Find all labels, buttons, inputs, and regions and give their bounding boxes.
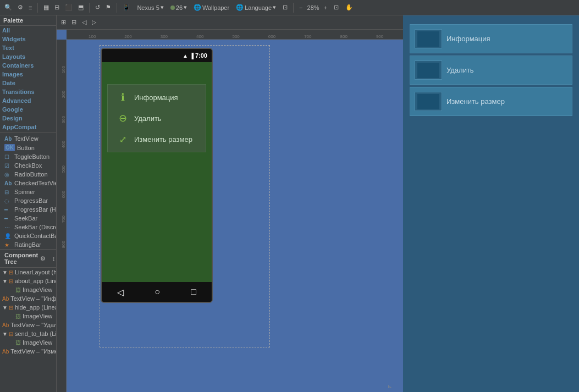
canvas-tool3[interactable]: ◁: [80, 18, 89, 27]
palette-cat-containers[interactable]: Containers: [0, 61, 56, 70]
palette-cat-text[interactable]: Text: [0, 43, 56, 52]
right-list-item-0[interactable]: Информация: [410, 24, 572, 53]
phone-icon-btn[interactable]: 📱: [120, 3, 133, 12]
palette-item-checkedtextview[interactable]: Ab CheckedTextView: [0, 179, 56, 187]
palette-cat-design[interactable]: Design: [0, 114, 56, 123]
palette-header: Palette: [0, 15, 56, 26]
menu-item-delete[interactable]: ⊖ Удалить: [108, 108, 206, 129]
palette-item-togglebutton[interactable]: ☐ ToggleButton: [0, 152, 56, 161]
zoom-out-btn[interactable]: −: [297, 3, 305, 12]
canvas-flag-btn[interactable]: ⚑: [103, 3, 113, 12]
right-img-inner-2: [417, 94, 439, 109]
screen-size-btn[interactable]: ⊡: [280, 3, 290, 12]
about-arrow[interactable]: ▼: [2, 278, 8, 284]
view-blueprint-btn[interactable]: ⊟: [52, 3, 62, 12]
checkedtv-icon: Ab: [4, 180, 12, 186]
root-arrow[interactable]: ▼: [2, 269, 8, 275]
palette-cat-widgets[interactable]: Widgets: [0, 35, 56, 43]
tree-node-imageview1[interactable]: 🖼 ImageView: [0, 285, 56, 294]
palette-cat-layouts[interactable]: Layouts: [0, 52, 56, 61]
tree-node-root[interactable]: ▼ ⊟ LinearLayout (horizontal): [0, 268, 56, 277]
phone-time: 7:00: [195, 52, 207, 59]
palette-item-checkbox[interactable]: ☑ CheckBox: [0, 161, 56, 170]
tree-node-textview2[interactable]: Ab TextView – "Удалить": [0, 321, 56, 329]
info-icon: ℹ: [121, 91, 125, 103]
hide-icon: ⊟: [9, 305, 13, 311]
palette-item-ratingbar[interactable]: ★ RatingBar: [0, 240, 56, 249]
canvas-tool2[interactable]: ⊟: [69, 18, 79, 27]
right-panel: Информация Удалить Изменить размер: [403, 15, 579, 392]
tree-node-imageview3[interactable]: 🖼 ImageView: [0, 338, 56, 347]
cat-widgets-label: Widgets: [2, 36, 26, 42]
api-level-selector[interactable]: 26 ▾: [168, 3, 189, 12]
phone-status-bar: ▲ ▐ 7:00: [102, 49, 212, 62]
device-selector[interactable]: Nexus 5 ▾: [135, 3, 166, 12]
palette-item-seekbar-discrete[interactable]: ⋯ SeekBar (Discrete): [0, 223, 56, 231]
nav-back-btn[interactable]: ◁: [115, 286, 126, 299]
tree-node-textview1[interactable]: Ab TextView – "Информация": [0, 294, 56, 303]
palette-item-spinner[interactable]: ⊟ Spinner: [0, 187, 56, 196]
right-img-0: [415, 29, 442, 48]
phone-mockup: ▲ ▐ 7:00 ℹ: [101, 48, 213, 303]
language-btn[interactable]: 🌐 Language ▾: [234, 3, 278, 12]
hide-arrow[interactable]: ▼: [2, 305, 8, 311]
toggle-label: ToggleButton: [14, 153, 49, 160]
palette-item-progressbar-h[interactable]: ━ ProgressBar (Horizontal): [0, 205, 56, 214]
cat-google-label: Google: [2, 106, 23, 113]
hand-tool-btn[interactable]: ✋: [343, 3, 355, 12]
canvas-tool1[interactable]: ⊞: [59, 18, 68, 27]
resize-label: Изменить размер: [134, 135, 192, 143]
palette-item-button[interactable]: OK Button: [0, 143, 56, 152]
nav-home-btn[interactable]: ○: [152, 286, 162, 298]
wallpaper-btn[interactable]: 🌐 Wallpaper: [191, 3, 231, 12]
palette-cat-appcompat[interactable]: AppCompat: [0, 123, 56, 131]
view-design-btn[interactable]: ⬛: [63, 3, 75, 12]
palette-item-progressbar[interactable]: ◌ ProgressBar: [0, 196, 56, 205]
info-menu-icon: ℹ: [117, 91, 129, 103]
settings-btn[interactable]: ⚙: [15, 3, 25, 12]
palette-cat-transitions[interactable]: Transitions: [0, 87, 56, 96]
radio-icon: ◎: [4, 172, 12, 178]
palette-cat-images[interactable]: Images: [0, 70, 56, 79]
view-split-btn[interactable]: ⬒: [76, 3, 86, 12]
tree-node-imageview2[interactable]: 🖼 ImageView: [0, 312, 56, 321]
search-btn[interactable]: 🔍: [2, 3, 14, 12]
tree-settings-btn[interactable]: ⚙: [38, 254, 48, 263]
palette-item-textview[interactable]: Ab TextView: [0, 134, 56, 143]
palette-cat-all[interactable]: All: [0, 26, 56, 35]
left-side: Palette All Widgets Text Layouts Contain…: [0, 15, 57, 392]
ratingbar-label: RatingBar: [14, 241, 41, 248]
nav-recents-btn[interactable]: □: [189, 286, 198, 298]
palette-item-seekbar[interactable]: ━ SeekBar: [0, 214, 56, 223]
send-arrow[interactable]: ▼: [2, 331, 8, 337]
tree-header: Component Tree ⚙ ↕: [0, 250, 56, 268]
seekbar-d-label: SeekBar (Discrete): [14, 224, 56, 230]
tv2-icon: Ab: [2, 322, 9, 328]
language-label: Language: [245, 4, 272, 11]
tree-node-about-app[interactable]: ▼ ⊟ about_app (LinearLayout) (horizontal…: [0, 277, 56, 285]
canvas-refresh-btn[interactable]: ↺: [93, 3, 102, 12]
menu-item-info[interactable]: ℹ Информация: [108, 87, 206, 108]
tree-sort-btn[interactable]: ↕: [50, 254, 56, 263]
tree-node-textview3[interactable]: Ab TextView – "Изменить размер": [0, 347, 56, 356]
tree-node-send-to-tab[interactable]: ▼ ⊟ send_to_tab (LinearLayout) (horizont…: [0, 329, 56, 338]
canvas-content[interactable]: 100 200 300 400 500 600 700 800 900 1000…: [57, 30, 403, 392]
palette-cat-advanced[interactable]: Advanced: [0, 96, 56, 105]
palette-item-quickcontact[interactable]: 👤 QuickContactBadge: [0, 231, 56, 240]
about-app-label: about_app (LinearLayout) (horizontal): [15, 278, 56, 284]
tree-node-hide-app[interactable]: ▼ ⊟ hide_app (LinearLayout) (horizontal): [0, 303, 56, 312]
palette-cat-google[interactable]: Google: [0, 105, 56, 114]
zoom-in-btn[interactable]: +: [322, 3, 329, 12]
menu-item-resize[interactable]: ⤢ Изменить размер: [108, 129, 206, 150]
canvas-tool4[interactable]: ▷: [90, 18, 98, 27]
palette-cat-date[interactable]: Date: [0, 79, 56, 87]
sort-btn[interactable]: ≡: [26, 3, 34, 12]
view-layout-btn[interactable]: ▦: [41, 3, 51, 12]
right-list-item-1[interactable]: Удалить: [410, 56, 572, 85]
language-icon: 🌐: [236, 4, 244, 11]
fit-screen-btn[interactable]: ⊡: [332, 3, 341, 12]
right-list-item-2[interactable]: Изменить размер: [410, 87, 572, 116]
phone-body: ℹ Информация ⊖ Удалить: [102, 62, 212, 282]
cat-layouts-label: Layouts: [2, 53, 25, 60]
palette-item-radiobutton[interactable]: ◎ RadioButton: [0, 170, 56, 179]
